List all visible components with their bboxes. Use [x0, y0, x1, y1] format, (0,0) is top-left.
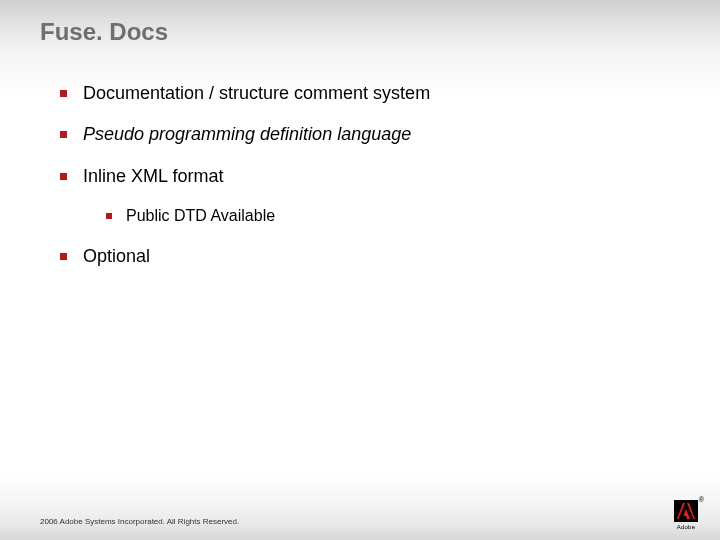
list-item-text: Documentation / structure comment system [83, 82, 430, 105]
list-item: Pseudo programming definition language [60, 123, 680, 146]
slide-title: Fuse. Docs [40, 18, 168, 46]
bullet-icon [60, 131, 67, 138]
list-subitem-text: Public DTD Available [126, 206, 275, 227]
bullet-icon [106, 213, 112, 219]
bullet-icon [60, 90, 67, 97]
adobe-logo-label: Adobe [674, 524, 698, 530]
list-item-text: Pseudo programming definition language [83, 123, 411, 146]
adobe-logo-icon [674, 500, 698, 522]
copyright-text: 2006 Adobe Systems Incorporated. All Rig… [40, 517, 239, 526]
list-item-text: Optional [83, 245, 150, 268]
list-item: Inline XML format [60, 165, 680, 188]
adobe-logo: ® Adobe [674, 500, 698, 530]
list-item: Documentation / structure comment system [60, 82, 680, 105]
list-subitem: Public DTD Available [106, 206, 680, 227]
list-item: Optional [60, 245, 680, 268]
content-area: Documentation / structure comment system… [60, 82, 680, 286]
bullet-icon [60, 253, 67, 260]
list-item-text: Inline XML format [83, 165, 223, 188]
registered-mark: ® [699, 496, 704, 503]
bullet-icon [60, 173, 67, 180]
